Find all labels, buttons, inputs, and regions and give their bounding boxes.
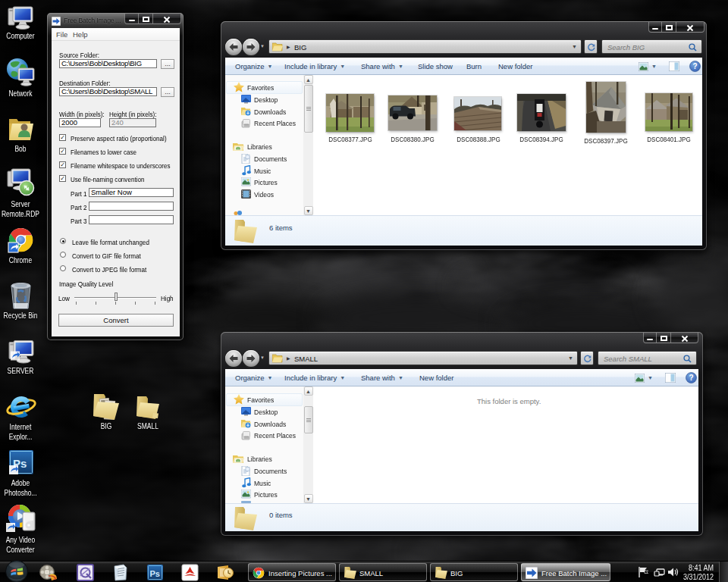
svg-text:Ps: Ps [150,569,160,578]
svg-text:?: ? [693,62,698,70]
svg-text:?: ? [689,374,694,382]
